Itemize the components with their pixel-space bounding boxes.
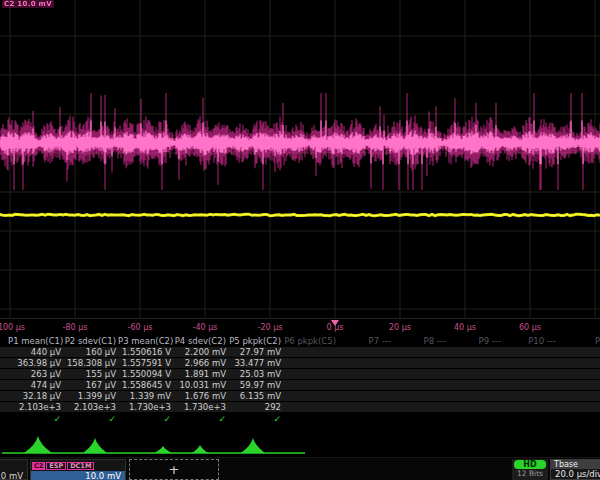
meas-value: 10.031 mV [173,380,228,390]
hd-bits-label: 12 Bits [512,469,548,479]
meas-value: 2.103e+3 [8,402,63,412]
meas-value: 32.18 µV [8,391,63,401]
meas-value: 1.558645 V [118,380,173,390]
meas-header[interactable]: P9 --- [448,336,503,347]
meas-value: 363.98 µV [8,358,63,368]
meas-value: 27.97 mV [228,347,283,357]
meas-value: 2.966 mV [173,358,228,368]
meas-value: 155 µV [63,369,118,379]
meas-value: 158.308 µV [63,358,118,368]
meas-header[interactable]: P3 mean(C2) [118,336,173,347]
meas-value: 2.103e+3 [63,402,118,412]
meas-value: 160 µV [63,347,118,357]
time-tick-label: -40 µs [193,323,218,332]
c2-channel-badge: C2 [32,462,45,470]
meas-header-row: P1 mean(C1)P2 sdev(C1)P3 mean(C2)P4 sdev… [0,336,600,347]
meas-value: 1.550616 V [118,347,173,357]
c2-coupling-badge: DC1M [67,462,94,470]
meas-header[interactable]: P2 sdev(C1) [63,336,118,347]
measurement-table: P1 mean(C1)P2 sdev(C1)P3 mean(C2)P4 sdev… [0,336,600,426]
bottom-bar: C1 DC1M 10.0 mV C2 ESP DC1M 10.0 mV + HD… [0,457,600,480]
time-tick-label: 40 µs [454,323,476,332]
meas-header[interactable]: P7 --- [338,336,393,347]
meas-header[interactable]: P1 mean(C1) [8,336,63,347]
meas-value-row: 440 µV160 µV1.550616 V2.200 mV27.97 mV [0,347,600,358]
channel-descriptor-c2[interactable]: C2 ESP DC1M 10.0 mV [30,459,126,480]
meas-value: 474 µV [8,380,63,390]
hd-badge: HD [514,460,546,469]
time-tick-label: 60 µs [519,323,541,332]
meas-header[interactable]: P8 --- [393,336,448,347]
top-left-trace-label: C2 10.0 mV [2,0,54,8]
meas-value: 1.550094 V [118,369,173,379]
meas-value: 25.03 mV [228,369,283,379]
trigger-position-marker[interactable] [331,320,339,326]
meas-value: 1.730e+3 [118,402,173,412]
hd-mode-indicator[interactable]: HD 12 Bits [512,459,548,480]
time-tick-label: -80 µs [63,323,88,332]
meas-value: 440 µV [8,347,63,357]
c1-vertical-scale: 10.0 mV [0,471,27,480]
timebase-title: Tbase [551,460,600,469]
meas-value: 1.891 mV [173,369,228,379]
meas-value-row: 363.98 µV158.308 µV1.557591 V2.966 mV33.… [0,358,600,369]
meas-value: 1.730e+3 [173,402,228,412]
meas-value: 167 µV [63,380,118,390]
meas-value: 1.339 mV [118,391,173,401]
add-trace-button[interactable]: + [129,459,219,480]
timebase-scale: 20.0 µs/div [551,469,600,480]
meas-header[interactable]: P10 --- [503,336,558,347]
time-axis: -100 µs-80 µs-60 µs-40 µs-20 µs0 µs20 µs… [0,318,600,337]
meas-value: 292 [228,402,283,412]
time-tick-label: -60 µs [128,323,153,332]
meas-value: 1.557591 V [118,358,173,368]
c2-vertical-scale: 10.0 mV [31,471,125,480]
meas-value: 6.135 mV [228,391,283,401]
time-tick-label: -20 µs [258,323,283,332]
meas-header[interactable]: P11 [558,336,600,347]
meas-value: 33.477 mV [228,358,283,368]
meas-value-row: 474 µV167 µV1.558645 V10.031 mV59.97 mV [0,380,600,391]
measurement-histicons [0,425,600,457]
meas-header[interactable]: P6 pkpk(C5) [283,336,338,347]
meas-value: 59.97 mV [228,380,283,390]
meas-value: 1.399 µV [63,391,118,401]
c2-esp-badge: ESP [46,462,66,470]
meas-value-row: 32.18 µV1.399 µV1.339 mV1.676 mV6.135 mV [0,391,600,402]
channel-descriptor-c1[interactable]: C1 DC1M 10.0 mV [0,459,28,480]
waveform-display[interactable] [0,0,600,318]
oscilloscope-screen: C2 10.0 mV -100 µs-80 µs-60 µs-40 µs-20 … [0,0,600,480]
meas-value: 263 µV [8,369,63,379]
meas-value-row: 2.103e+32.103e+31.730e+31.730e+3292 [0,402,600,413]
time-tick-label: 20 µs [389,323,411,332]
meas-header[interactable]: P5 pkpk(C2) [228,336,283,347]
meas-value-row: 263 µV155 µV1.550094 V1.891 mV25.03 mV [0,369,600,380]
meas-value: 1.676 mV [173,391,228,401]
time-tick-label: -100 µs [0,323,25,332]
meas-header[interactable]: P4 sdev(C2) [173,336,228,347]
timebase-descriptor[interactable]: Tbase 20.0 µs/div [550,459,600,480]
meas-value: 2.200 mV [173,347,228,357]
